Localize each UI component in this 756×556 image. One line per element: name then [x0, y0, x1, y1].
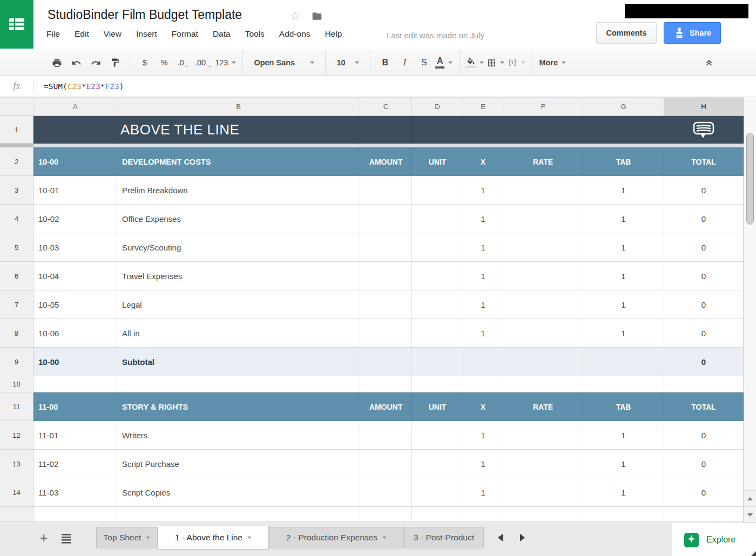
cell-H6[interactable]: 0: [664, 262, 744, 290]
borders-button[interactable]: [487, 53, 504, 72]
cell-E4[interactable]: 1: [463, 205, 503, 233]
cell-H1[interactable]: [664, 116, 744, 144]
add-sheet-button[interactable]: +: [36, 528, 52, 547]
text-color-button[interactable]: A: [435, 53, 453, 72]
cell-E5[interactable]: 1: [463, 233, 503, 262]
cell-H11[interactable]: TOTAL: [664, 392, 744, 421]
star-icon[interactable]: ☆: [289, 9, 301, 24]
cell-E9[interactable]: [463, 348, 503, 376]
undo-button[interactable]: [68, 53, 84, 72]
row-header-9[interactable]: 9: [0, 348, 33, 376]
col-header-c[interactable]: C: [360, 97, 412, 116]
merge-cells-button[interactable]: [508, 53, 525, 72]
redo-button[interactable]: [87, 53, 104, 72]
cell-C2[interactable]: AMOUNT: [360, 147, 412, 176]
cell-C12[interactable]: [360, 421, 412, 450]
cell-H9[interactable]: 0: [664, 348, 744, 376]
cell-A12[interactable]: 11-01: [33, 421, 117, 450]
cell-F14[interactable]: [503, 478, 583, 507]
strikethrough-button[interactable]: S: [416, 53, 432, 72]
cell-C3[interactable]: [360, 176, 412, 205]
cell-D8[interactable]: [412, 319, 463, 348]
cell-B6[interactable]: Travel Expenses: [117, 262, 360, 290]
cell-H7[interactable]: 0: [664, 290, 744, 319]
cell-Bx[interactable]: [117, 507, 360, 522]
col-header-b[interactable]: B: [117, 97, 360, 116]
explore-button[interactable]: Explore: [672, 523, 756, 556]
cell-D4[interactable]: [412, 205, 463, 233]
tab-scroll-left-button[interactable]: [498, 534, 503, 541]
cell-B5[interactable]: Survey/Scouting: [117, 233, 360, 262]
italic-button[interactable]: I: [396, 53, 413, 72]
menu-file[interactable]: File: [46, 29, 60, 39]
sheet-tab-top-sheet[interactable]: Top Sheet: [96, 527, 158, 548]
cell-H13[interactable]: 0: [664, 450, 744, 478]
row-header-12[interactable]: 12: [0, 421, 33, 450]
number-format-button[interactable]: 123: [215, 53, 236, 72]
row-header-1[interactable]: 1: [0, 116, 33, 144]
row-header-11[interactable]: 11: [0, 392, 33, 421]
cell-H5[interactable]: 0: [664, 233, 744, 262]
cell-E14[interactable]: 1: [463, 478, 503, 507]
cell-A5[interactable]: 10-03: [33, 233, 117, 262]
paint-format-button[interactable]: [107, 53, 123, 72]
menu-edit[interactable]: Edit: [75, 29, 89, 39]
cell-Fx[interactable]: [503, 507, 583, 522]
cell-Gx[interactable]: [583, 507, 664, 522]
cell-Dx[interactable]: [412, 507, 463, 522]
cell-C13[interactable]: [360, 450, 412, 478]
row-header-5[interactable]: 5: [0, 233, 33, 262]
row-header-3[interactable]: 3: [0, 176, 33, 205]
share-button[interactable]: Share: [664, 22, 721, 44]
cell-A4[interactable]: 10-02: [33, 205, 117, 233]
cell-F5[interactable]: [503, 233, 583, 262]
cell-B14[interactable]: Script Copies: [117, 478, 360, 507]
cell-G5[interactable]: 1: [583, 233, 664, 262]
cell-F4[interactable]: [503, 205, 583, 233]
cell-G12[interactable]: 1: [583, 421, 664, 450]
col-header-f[interactable]: F: [503, 97, 583, 116]
cell-D10[interactable]: [412, 376, 463, 392]
cell-B2[interactable]: DEVELOPMENT COSTS: [117, 147, 360, 176]
cell-A6[interactable]: 10-04: [33, 262, 117, 290]
cell-G1[interactable]: [583, 116, 664, 144]
collapse-toolbar-button[interactable]: [701, 53, 717, 72]
vertical-scrollbar[interactable]: [744, 97, 756, 523]
cell-E2[interactable]: X: [463, 147, 503, 176]
menu-add-ons[interactable]: Add-ons: [279, 29, 310, 39]
cell-B4[interactable]: Office Expenses: [117, 205, 360, 233]
cell-C14[interactable]: [360, 478, 412, 507]
cell-D3[interactable]: [412, 176, 463, 205]
font-family-select[interactable]: Open Sans: [249, 53, 319, 72]
cell-H14[interactable]: 0: [664, 478, 744, 507]
cell-H3[interactable]: 0: [664, 176, 744, 205]
cell-F1[interactable]: [503, 116, 583, 144]
cell-F2[interactable]: RATE: [503, 147, 583, 176]
currency-format-button[interactable]: $: [137, 53, 153, 72]
cell-B12[interactable]: Writers: [117, 421, 360, 450]
cell-F12[interactable]: [503, 421, 583, 450]
row-header-4[interactable]: 4: [0, 205, 33, 233]
cell-A7[interactable]: 10-05: [33, 290, 117, 319]
cell-E11[interactable]: X: [463, 392, 503, 421]
cell-E12[interactable]: 1: [463, 421, 503, 450]
cell-C11[interactable]: AMOUNT: [360, 392, 412, 421]
cell-G10[interactable]: [583, 376, 664, 392]
menu-view[interactable]: View: [104, 29, 122, 39]
sheet-tab-3-post-product[interactable]: 3 - Post-Product: [404, 527, 484, 548]
menu-help[interactable]: Help: [325, 29, 342, 39]
cell-F13[interactable]: [503, 450, 583, 478]
cell-C5[interactable]: [360, 233, 412, 262]
cell-G9[interactable]: [583, 348, 664, 376]
cell-G3[interactable]: 1: [583, 176, 664, 205]
menu-tools[interactable]: Tools: [245, 29, 265, 39]
cell-G2[interactable]: TAB: [583, 147, 664, 176]
row-header-10[interactable]: 10: [0, 376, 33, 392]
row-header-2[interactable]: 2: [0, 147, 33, 176]
col-header-e[interactable]: E: [463, 97, 503, 116]
row-header-clipped[interactable]: [0, 507, 33, 522]
cell-D13[interactable]: [412, 450, 463, 478]
cell-C1[interactable]: [360, 116, 412, 144]
cell-D1[interactable]: [412, 116, 463, 144]
cell-A3[interactable]: 10-01: [33, 176, 117, 205]
